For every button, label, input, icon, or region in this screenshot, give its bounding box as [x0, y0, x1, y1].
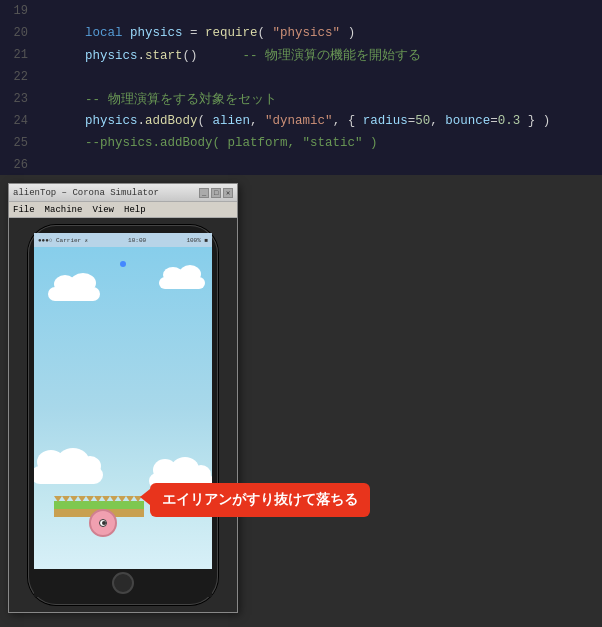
line-number-25: 25: [0, 136, 40, 150]
code-editor: 19 20 local physics = require( "physics"…: [0, 0, 602, 175]
maximize-button[interactable]: □: [211, 188, 221, 198]
camera-dot: [120, 261, 126, 267]
close-button[interactable]: ✕: [223, 188, 233, 198]
simulator-titlebar: alienTop – Corona Simulator _ □ ✕: [9, 184, 237, 202]
cloud-3: [34, 454, 109, 484]
simulator-title: alienTop – Corona Simulator: [13, 188, 159, 198]
code-content-21: physics.start() -- 物理演算の機能を開始する: [40, 33, 421, 78]
line-number-19: 19: [0, 4, 40, 18]
line-number-20: 20: [0, 26, 40, 40]
code-content-25: --physics.addBody( platform, "static" ): [40, 122, 378, 164]
simulator-menubar: File Machine View Help: [9, 202, 237, 218]
corona-simulator-window: alienTop – Corona Simulator _ □ ✕ File M…: [8, 183, 238, 613]
cloud-1: [44, 277, 104, 301]
line-number-22: 22: [0, 70, 40, 84]
line-number-21: 21: [0, 48, 40, 62]
titlebar-buttons: _ □ ✕: [199, 188, 233, 198]
iphone-screen: [34, 247, 212, 569]
alien-character: [89, 509, 117, 537]
alien-eye: [99, 519, 107, 527]
menu-help[interactable]: Help: [124, 205, 146, 215]
menu-view[interactable]: View: [92, 205, 114, 215]
minimize-button[interactable]: _: [199, 188, 209, 198]
home-button[interactable]: [112, 572, 134, 594]
status-carrier: ●●●○ Carrier ᵶ: [38, 237, 88, 244]
status-bar: ●●●○ Carrier ᵶ 10:00 100% ■: [34, 233, 212, 247]
line-number-23: 23: [0, 92, 40, 106]
menu-machine[interactable]: Machine: [45, 205, 83, 215]
status-time: 10:00: [128, 237, 146, 244]
alien-pupil: [102, 521, 106, 525]
platform-top: [54, 501, 144, 509]
line-number-26: 26: [0, 158, 40, 172]
line-number-24: 24: [0, 114, 40, 128]
iphone-frame: ●●●○ Carrier ᵶ 10:00 100% ■: [28, 225, 218, 605]
game-sky: [34, 247, 212, 569]
cloud-2: [157, 267, 207, 289]
status-battery: 100% ■: [186, 237, 208, 244]
iphone-bottom: [34, 569, 212, 597]
menu-file[interactable]: File: [13, 205, 35, 215]
code-line-21: 21 physics.start() -- 物理演算の機能を開始する: [0, 44, 602, 66]
alien-body: [89, 509, 117, 537]
simulator-content: ●●●○ Carrier ᵶ 10:00 100% ■: [9, 218, 237, 612]
simulator-section: alienTop – Corona Simulator _ □ ✕ File M…: [0, 175, 602, 627]
speech-bubble: エイリアンがすり抜けて落ちる: [150, 483, 370, 517]
